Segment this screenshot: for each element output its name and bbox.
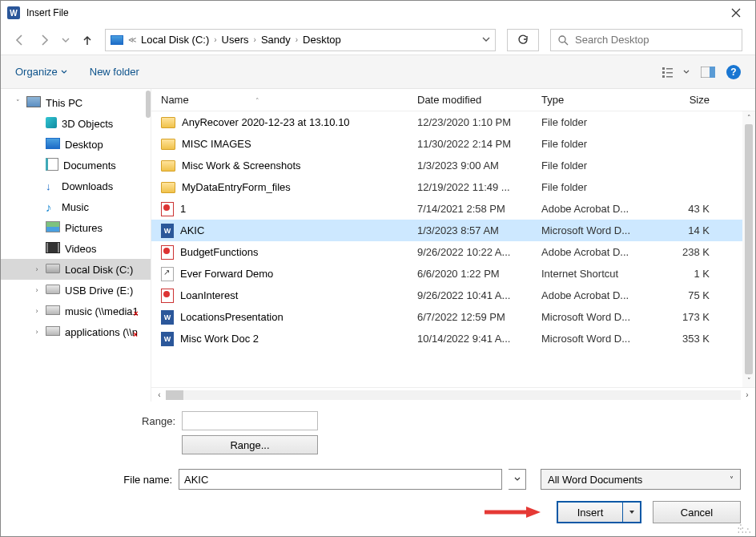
caret-right-icon: ›	[33, 286, 41, 294]
sidebar-item[interactable]: Music	[1, 196, 151, 217]
sidebar-item[interactable]: Videos	[1, 238, 151, 259]
breadcrumb-part[interactable]: Local Disk (C:)	[141, 34, 209, 46]
file-type: Adobe Acrobat D...	[541, 246, 662, 258]
folder-file-icon	[161, 160, 175, 172]
file-name: AKIC	[180, 224, 204, 236]
column-name[interactable]: Name ˄	[161, 94, 417, 106]
nav-forward-button[interactable]	[38, 34, 50, 46]
sidebar-item[interactable]: Desktop	[1, 134, 151, 155]
breadcrumb-part[interactable]: Sandy	[261, 34, 291, 46]
window-title: Insert File	[26, 7, 723, 18]
breadcrumb-dropdown[interactable]	[482, 34, 490, 46]
scroll-up-icon[interactable]: ˄	[742, 111, 755, 124]
column-size[interactable]: Size	[662, 94, 710, 106]
file-type: File folder	[541, 181, 662, 193]
sidebar-item[interactable]: ›music (\\media1	[1, 301, 151, 321]
refresh-icon	[517, 34, 529, 46]
new-folder-button[interactable]: New folder	[90, 66, 139, 78]
preview-pane-button[interactable]	[701, 67, 715, 78]
insert-button[interactable]: Insert	[558, 503, 622, 522]
scroll-down-icon[interactable]: ˅	[742, 374, 755, 387]
file-row[interactable]: MISC IMAGES11/30/2022 2:14 PMFile folder	[151, 133, 755, 155]
search-input[interactable]	[575, 34, 735, 46]
folder-file-icon	[161, 139, 175, 150]
scroll-track[interactable]	[166, 390, 741, 400]
file-row[interactable]: Ever Forward Demo6/6/2020 1:22 PMInterne…	[151, 263, 755, 285]
close-button[interactable]	[723, 2, 749, 24]
scroll-thumb[interactable]	[166, 390, 183, 400]
insert-dropdown[interactable]	[622, 503, 640, 522]
breadcrumb-part[interactable]: Users	[222, 34, 249, 46]
navigation-bar: ≪ Local Disk (C:) › Users › Sandy › Desk…	[1, 25, 755, 55]
file-size: 43 K	[662, 203, 710, 215]
chevron-right-icon: ›	[254, 35, 256, 44]
vertical-scrollbar[interactable]: ˄ ˅	[742, 111, 755, 387]
close-icon	[731, 8, 741, 18]
file-name: Ever Forward Demo	[180, 268, 273, 280]
file-type: File folder	[541, 138, 662, 150]
insert-split-button[interactable]: Insert	[557, 501, 641, 523]
folder-file-icon	[161, 182, 175, 193]
resize-grip-icon[interactable]: ∴∴∴	[738, 525, 752, 533]
breadcrumb-part[interactable]: Desktop	[303, 34, 341, 46]
search-box[interactable]	[550, 29, 742, 51]
nav-up-button[interactable]	[81, 34, 94, 46]
scroll-left-icon[interactable]: ‹	[153, 390, 166, 399]
sidebar-item[interactable]: Downloads	[1, 176, 151, 196]
file-row[interactable]: LoanInterest9/26/2022 10:41 A...Adobe Ac…	[151, 285, 755, 306]
file-row[interactable]: 17/14/2021 2:58 PMAdobe Acrobat D...43 K	[151, 198, 755, 220]
file-type-filter[interactable]: All Word Documents ˅	[541, 469, 741, 490]
navigation-sidebar: ˅This PC3D ObjectsDesktopDocumentsDownlo…	[1, 89, 151, 402]
file-row[interactable]: BudgetFunctions9/26/2022 10:22 A...Adobe…	[151, 241, 755, 263]
file-row[interactable]: LocationsPresentation6/7/2022 12:59 PMMi…	[151, 306, 755, 328]
column-date[interactable]: Date modified	[417, 94, 541, 106]
sidebar-item[interactable]: 3D Objects	[1, 113, 151, 134]
nav-back-button[interactable]	[14, 34, 26, 46]
pdf-file-icon	[161, 289, 174, 303]
scrollbar-thumb[interactable]	[146, 91, 151, 118]
chevron-down-icon	[683, 69, 690, 75]
column-type[interactable]: Type	[541, 94, 662, 106]
file-row[interactable]: Misc Work Doc 210/14/2022 9:41 A...Micro…	[151, 328, 755, 349]
refresh-button[interactable]	[507, 29, 539, 51]
range-input[interactable]	[182, 411, 318, 430]
svg-rect-8	[710, 67, 715, 78]
organize-menu[interactable]: Organize	[15, 66, 67, 78]
svg-rect-4	[666, 68, 673, 70]
word-file-icon	[161, 310, 174, 325]
sidebar-item[interactable]: Pictures	[1, 217, 151, 238]
file-size: 1 K	[662, 268, 710, 280]
sidebar-item[interactable]: ›applications (\\n	[1, 321, 151, 342]
sidebar-item[interactable]: ˅This PC	[1, 92, 151, 113]
file-size: 353 K	[662, 333, 710, 345]
file-size: 238 K	[662, 246, 710, 258]
file-row[interactable]: Misc Work & Screenshots1/3/2023 9:00 AMF…	[151, 155, 755, 176]
scroll-right-icon[interactable]: ›	[741, 390, 754, 399]
horizontal-scrollbar[interactable]: ‹ ›	[151, 387, 755, 402]
file-row[interactable]: MyDataEntryForm_files12/19/2022 11:49 ..…	[151, 176, 755, 198]
scroll-thumb[interactable]	[745, 124, 753, 374]
file-row[interactable]: AKIC1/3/2023 8:57 AMMicrosoft Word D...1…	[151, 220, 755, 241]
file-name: MyDataEntryForm_files	[182, 181, 291, 193]
chevron-right-icon: ›	[296, 35, 298, 44]
breadcrumb-sep-icon: ≪	[128, 35, 136, 44]
filename-input[interactable]	[179, 469, 502, 490]
file-pane: Name ˄ Date modified Type Size AnyRecove…	[151, 89, 755, 402]
sidebar-item[interactable]: Documents	[1, 155, 151, 176]
breadcrumb-address-bar[interactable]: ≪ Local Disk (C:) › Users › Sandy › Desk…	[105, 29, 496, 51]
range-button[interactable]: Range...	[182, 435, 318, 454]
cancel-button[interactable]: Cancel	[653, 501, 741, 523]
file-date: 6/6/2020 1:22 PM	[417, 268, 541, 280]
file-date: 9/26/2022 10:41 A...	[417, 289, 541, 301]
filename-history-dropdown[interactable]	[509, 469, 526, 490]
sidebar-item[interactable]: ›Local Disk (C:)	[1, 259, 151, 280]
sidebar-item-label: Desktop	[65, 139, 103, 151]
file-row[interactable]: AnyRecover 2020-12-23 at 13.10.1012/23/2…	[151, 111, 755, 133]
view-mode-button[interactable]	[662, 66, 690, 79]
help-button[interactable]: ?	[726, 65, 741, 79]
view-controls: ?	[662, 65, 741, 79]
nav-recent-dropdown[interactable]	[62, 36, 70, 44]
file-size: 14 K	[662, 224, 710, 236]
sidebar-item[interactable]: ›USB Drive (E:)	[1, 280, 151, 301]
word-file-icon	[161, 224, 174, 238]
